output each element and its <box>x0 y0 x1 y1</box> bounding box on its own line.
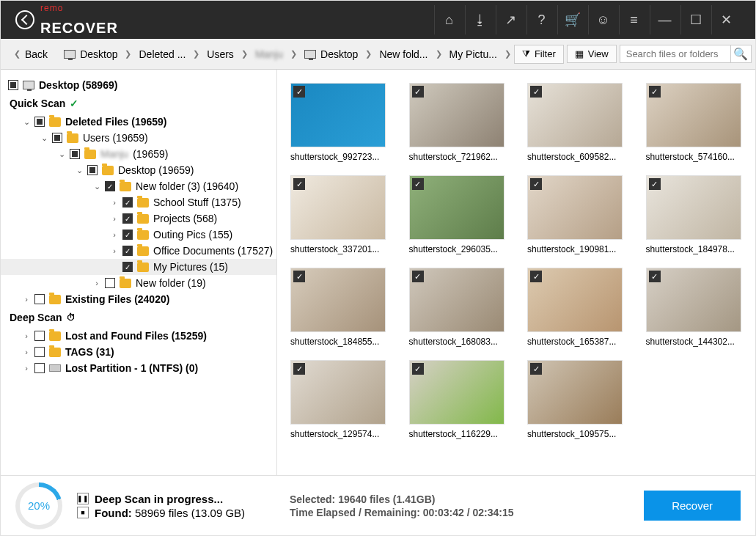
tree-item-new-folder-3[interactable]: ⌄ ✓ New folder (3) (19640) <box>1 178 276 194</box>
chevron-down-icon[interactable]: ⌄ <box>40 133 48 143</box>
breadcrumb-item[interactable]: My Pictu... <box>445 45 502 63</box>
breadcrumb-item[interactable]: Users <box>202 45 238 63</box>
thumbnail-checkbox[interactable]: ✓ <box>530 271 542 282</box>
thumbnail-checkbox[interactable]: ✓ <box>412 271 424 282</box>
chevron-down-icon[interactable]: ⌄ <box>93 182 100 191</box>
tree-item-tags[interactable]: › TAGS (31) <box>1 344 276 360</box>
back-button[interactable]: ❮ Back <box>8 45 54 63</box>
close-icon[interactable]: ✕ <box>711 5 741 34</box>
breadcrumb-item[interactable]: Desktop <box>59 45 122 63</box>
chevron-right-icon[interactable]: › <box>93 279 100 287</box>
search-input[interactable] <box>620 45 730 62</box>
chevron-right-icon[interactable]: › <box>111 198 118 207</box>
tree-item-outing-pics[interactable]: › ✓ Outing Pics (155) <box>1 227 276 243</box>
checkbox[interactable] <box>34 363 45 373</box>
thumbnail-checkbox[interactable]: ✓ <box>649 86 661 98</box>
thumbnail-checkbox[interactable]: ✓ <box>293 86 305 98</box>
home-icon[interactable]: ⌂ <box>434 5 463 34</box>
thumbnail-item[interactable]: ✓ shutterstock_116229... <box>409 360 506 439</box>
thumbnail-item[interactable]: ✓ shutterstock_721962... <box>409 83 506 162</box>
tree-item-existing-files[interactable]: › Existing Files (24020) <box>1 291 276 307</box>
checkbox[interactable] <box>52 133 62 143</box>
thumbnail-checkbox[interactable]: ✓ <box>412 363 424 375</box>
thumbnail-checkbox[interactable]: ✓ <box>293 271 305 282</box>
thumbnail-item[interactable]: ✓ shutterstock_109575... <box>527 360 624 439</box>
thumbnail-checkbox[interactable]: ✓ <box>293 363 305 375</box>
tree-item-new-folder-19[interactable]: › New folder (19) <box>1 275 276 291</box>
thumbnail-item[interactable]: ✓ shutterstock_609582... <box>527 83 624 162</box>
user-icon[interactable]: ☺ <box>588 5 617 34</box>
tree-item-projects[interactable]: › ✓ Projects (568) <box>1 210 276 227</box>
thumbnail-item[interactable]: ✓ shutterstock_129574... <box>290 360 387 439</box>
thumbnail-checkbox[interactable]: ✓ <box>530 178 542 190</box>
thumbnail-checkbox[interactable]: ✓ <box>649 178 661 190</box>
thumbnail-item[interactable]: ✓ shutterstock_190981... <box>527 175 624 254</box>
breadcrumb-item[interactable]: Deleted ... <box>134 45 190 63</box>
pause-button[interactable]: ❚❚ <box>77 493 89 504</box>
checkbox[interactable]: ✓ <box>122 213 133 224</box>
thumbnail-item[interactable]: ✓ shutterstock_168083... <box>409 268 506 347</box>
chevron-right-icon[interactable]: › <box>23 331 30 340</box>
thumbnail-item[interactable]: ✓ shutterstock_337201... <box>290 175 387 254</box>
filter-button[interactable]: ⧩ Filter <box>514 45 564 64</box>
checkbox[interactable]: ✓ <box>122 246 133 256</box>
breadcrumb-item[interactable]: Manju <box>251 45 287 63</box>
minimize-icon[interactable]: — <box>650 5 679 34</box>
tree-item-my-pictures[interactable]: ✓ My Pictures (15) <box>1 259 276 275</box>
thumbnail-checkbox[interactable]: ✓ <box>530 86 542 98</box>
tree-item-deleted-files[interactable]: ⌄ Deleted Files (19659) <box>1 114 276 130</box>
checkbox[interactable]: ✓ <box>122 262 133 272</box>
tree-root[interactable]: Desktop (58969) <box>1 77 276 93</box>
stop-button[interactable]: ■ <box>77 507 89 518</box>
menu-icon[interactable]: ≡ <box>619 5 648 34</box>
tree-item-office-documents[interactable]: › ✓ Office Documents (17527) <box>1 243 276 259</box>
thumbnail-checkbox[interactable]: ✓ <box>412 86 424 98</box>
checkbox[interactable] <box>34 347 45 357</box>
thumbnail-checkbox[interactable]: ✓ <box>530 363 542 375</box>
tree-item-users[interactable]: ⌄ Users (19659) <box>1 130 276 146</box>
checkbox[interactable]: ✓ <box>122 197 133 208</box>
help-icon[interactable]: ? <box>526 5 556 34</box>
thumbnail-item[interactable]: ✓ shutterstock_184978... <box>646 175 743 254</box>
chevron-down-icon[interactable]: ⌄ <box>76 166 83 175</box>
maximize-icon[interactable]: ☐ <box>680 5 710 34</box>
tree-item-lost-partition[interactable]: › Lost Partition - 1 (NTFS) (0) <box>1 360 276 376</box>
thumbnail-checkbox[interactable]: ✓ <box>293 178 305 190</box>
chevron-right-icon[interactable]: › <box>23 295 30 304</box>
tree-item-school-stuff[interactable]: › ✓ School Stuff (1375) <box>1 194 276 210</box>
tree-item-desktop[interactable]: ⌄ Desktop (19659) <box>1 162 276 178</box>
recover-button[interactable]: Recover <box>644 491 741 521</box>
checkbox[interactable] <box>34 117 45 127</box>
checkbox[interactable] <box>105 278 115 288</box>
export-icon[interactable]: ↗ <box>496 5 525 34</box>
download-icon[interactable]: ⭳ <box>465 5 494 34</box>
checkbox[interactable] <box>87 165 98 175</box>
checkbox[interactable] <box>34 331 45 341</box>
tree-item-manju[interactable]: ⌄ Manju (19659) <box>1 146 276 162</box>
chevron-right-icon[interactable]: › <box>23 348 30 356</box>
chevron-down-icon[interactable]: ⌄ <box>23 117 30 127</box>
view-button[interactable]: ▦ View <box>567 45 617 63</box>
breadcrumb-item[interactable]: Desktop <box>300 45 362 63</box>
checkbox[interactable] <box>8 80 18 90</box>
thumbnail-item[interactable]: ✓ shutterstock_296035... <box>409 175 506 254</box>
cart-icon[interactable]: 🛒 <box>557 5 587 34</box>
thumbnail-item[interactable]: ✓ shutterstock_184855... <box>290 268 387 347</box>
chevron-down-icon[interactable]: ⌄ <box>58 150 65 159</box>
tree-item-lost-found[interactable]: › Lost and Found Files (15259) <box>1 328 276 344</box>
thumbnail-item[interactable]: ✓ shutterstock_144302... <box>646 268 743 347</box>
checkbox[interactable]: ✓ <box>122 230 133 240</box>
checkbox[interactable] <box>70 149 80 159</box>
breadcrumb-item[interactable]: New fold... <box>375 45 432 63</box>
thumbnail-item[interactable]: ✓ shutterstock_574160... <box>646 83 743 162</box>
checkbox[interactable] <box>34 294 45 304</box>
checkbox[interactable]: ✓ <box>105 181 115 191</box>
chevron-right-icon[interactable]: › <box>23 364 30 372</box>
thumbnail-checkbox[interactable]: ✓ <box>649 271 661 282</box>
chevron-right-icon[interactable]: › <box>111 246 118 255</box>
thumbnail-item[interactable]: ✓ shutterstock_992723... <box>290 83 387 162</box>
search-button[interactable]: 🔍 <box>730 45 751 62</box>
thumbnail-checkbox[interactable]: ✓ <box>412 178 424 190</box>
thumbnail-item[interactable]: ✓ shutterstock_165387... <box>527 268 624 347</box>
chevron-right-icon[interactable]: › <box>111 214 118 223</box>
